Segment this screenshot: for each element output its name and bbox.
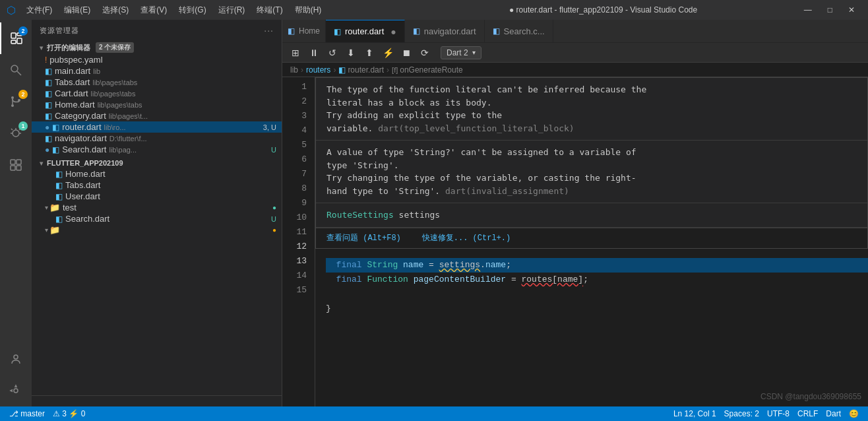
line-endings[interactable]: CRLF xyxy=(793,409,822,418)
language-mode[interactable]: Dart xyxy=(822,409,845,418)
warning-icon: ! xyxy=(45,55,47,65)
breadcrumb-lib[interactable]: lib xyxy=(290,65,298,75)
activity-search[interactable] xyxy=(0,54,32,86)
activity-extensions[interactable] xyxy=(0,149,32,181)
menu-terminal[interactable]: 终端(T) xyxy=(251,3,288,17)
tab-router-dart[interactable]: ◧ router.dart ● xyxy=(326,20,405,42)
debug-grid-icon[interactable]: ⊞ xyxy=(288,45,303,61)
file-status: 3, U xyxy=(263,123,276,131)
file-search-dart[interactable]: ● ◧ Search.dart lib\pag... U xyxy=(32,144,282,155)
menu-file[interactable]: 文件(F) xyxy=(21,3,57,17)
project-file-home[interactable]: ◧ Home.dart xyxy=(32,168,282,179)
activity-source-control[interactable]: 2 xyxy=(0,86,32,117)
code-editor[interactable]: The type of the function literal can't b… xyxy=(315,77,868,406)
debug-badge: 1 xyxy=(18,121,28,131)
errors-warnings[interactable]: ⚠ 3 ⚡ 0 xyxy=(49,409,89,418)
activity-debug[interactable]: 1 xyxy=(0,117,32,149)
chevron-icon: ▾ xyxy=(40,44,43,51)
open-editors-header[interactable]: ▾ 打开的编辑器 2 个未保存 xyxy=(32,41,282,54)
file-main-dart[interactable]: ◧ main.dart lib xyxy=(32,65,282,77)
line-numbers: 1 2 3 4 5 6 7 8 9 10 11 12 13 14 15 xyxy=(282,77,315,406)
code-area: 1 2 3 4 5 6 7 8 9 10 11 12 13 14 15 xyxy=(282,77,868,406)
file-home-dart[interactable]: ◧ Home.dart lib\pages\tabs xyxy=(32,99,282,110)
file-path: lib\pages\tabs xyxy=(92,79,137,86)
debug-flash-icon[interactable]: ⚡ xyxy=(380,45,396,61)
menu-bar: 文件(F) 编辑(E) 选择(S) 查看(V) 转到(G) 运行(R) 终端(T… xyxy=(21,3,409,17)
tab-search-dart[interactable]: ◧ Search.c... xyxy=(485,20,553,42)
quick-fix-link[interactable]: 快速修复... (Ctrl+.) xyxy=(422,231,511,245)
folder-routers[interactable]: ▾ 📁 xyxy=(32,224,282,236)
file-name: Category.dart xyxy=(55,111,106,121)
dart-version-label: Dart 2 xyxy=(447,48,468,57)
close-button[interactable]: ✕ xyxy=(842,4,861,16)
activity-explorer[interactable]: 2 xyxy=(0,22,32,54)
debug-step-over-icon[interactable]: ⬆ xyxy=(361,45,377,61)
project-header[interactable]: ▾ FLUTTER_APP202109 xyxy=(32,158,282,168)
debug-stop-icon[interactable]: ⏹ xyxy=(398,45,414,61)
code-line-14 xyxy=(326,287,868,302)
dart-icon: ◧ xyxy=(55,170,63,179)
test-file-search[interactable]: ◧ Search.dart U xyxy=(32,213,282,224)
file-name: Search.dart xyxy=(65,214,109,224)
debug-loop-icon[interactable]: ⟳ xyxy=(417,45,433,61)
cursor-position[interactable]: Ln 12, Col 1 xyxy=(669,409,720,418)
tab-close-icon[interactable]: ● xyxy=(390,26,396,37)
file-tabs-dart[interactable]: ◧ Tabs.dart lib\pages\tabs xyxy=(32,77,282,88)
menu-help[interactable]: 帮助(H) xyxy=(290,3,327,17)
file-router-dart[interactable]: ● ◧ router.dart lib\ro... 3, U xyxy=(32,121,282,133)
svg-point-6 xyxy=(11,96,14,99)
project-label: FLUTTER_APP202109 xyxy=(47,159,123,167)
indentation[interactable]: Spaces: 2 xyxy=(720,409,763,418)
debug-pause-icon[interactable]: ⏸ xyxy=(306,45,322,61)
activity-settings[interactable] xyxy=(0,375,32,406)
tab-navigator-dart[interactable]: ◧ navigator.dart xyxy=(405,20,485,42)
sidebar-header: 资源管理器 ··· xyxy=(32,20,282,41)
status-bar: ⎇ master ⚠ 3 ⚡ 0 Ln 12, Col 1 Spaces: 2 … xyxy=(0,406,868,421)
dart-icon: ◧ xyxy=(45,112,52,121)
minimize-button[interactable]: — xyxy=(797,4,819,16)
tab-home[interactable]: ◧ Home xyxy=(282,20,326,42)
file-path: lib\ro... xyxy=(104,123,126,131)
project-file-tabs[interactable]: ◧ Tabs.dart xyxy=(32,179,282,191)
error-settings-line: RouteSettings settings xyxy=(316,203,867,228)
tabs-bar: ◧ Home ◧ router.dart ● ◧ navigator.dart … xyxy=(282,20,868,43)
menu-view[interactable]: 查看(V) xyxy=(135,3,172,17)
file-navigator-dart[interactable]: ◧ navigator.dart D:\flutter\f... xyxy=(32,133,282,144)
error-panel: The type of the function literal can't b… xyxy=(315,77,868,249)
dart-icon: ◧ xyxy=(45,100,52,110)
breadcrumb-router-dart[interactable]: ◧ router.dart xyxy=(338,65,384,75)
watermark: CSDN @tangdou369098655 xyxy=(760,392,861,401)
menu-goto[interactable]: 转到(G) xyxy=(173,3,211,17)
window-controls: — □ ✕ xyxy=(797,4,861,16)
breadcrumb-routers[interactable]: routers xyxy=(306,65,330,75)
activity-account[interactable] xyxy=(0,343,32,375)
dart-version-selector[interactable]: Dart 2 ▾ xyxy=(441,46,481,59)
restore-button[interactable]: □ xyxy=(821,4,839,16)
file-path: lib\pag... xyxy=(109,146,137,154)
file-cart-dart[interactable]: ◧ Cart.dart lib\pages\tabs xyxy=(32,88,282,99)
feedback-icon[interactable]: 😊 xyxy=(845,409,863,418)
sidebar: 资源管理器 ··· ▾ 打开的编辑器 2 个未保存 ! pubspec.yaml… xyxy=(32,20,282,406)
svg-line-5 xyxy=(17,71,21,75)
menu-edit[interactable]: 编辑(E) xyxy=(59,3,96,17)
git-branch[interactable]: ⎇ master xyxy=(5,409,49,418)
dart-icon: ◧ xyxy=(55,181,63,190)
file-category-dart[interactable]: ◧ Category.dart lib\pages\t... xyxy=(32,110,282,121)
breadcrumb-function[interactable]: [f] onGenerateRoute xyxy=(392,65,463,75)
file-name: navigator.dart xyxy=(55,133,107,143)
menu-select[interactable]: 选择(S) xyxy=(97,3,134,17)
project-file-user[interactable]: ◧ User.dart xyxy=(32,191,282,202)
file-name: main.dart xyxy=(55,66,90,76)
view-problems-link[interactable]: 查看问题 (Alt+F8) xyxy=(326,231,401,245)
debug-toolbar: ⊞ ⏸ ↺ ⬇ ⬆ ⚡ ⏹ ⟳ Dart 2 ▾ xyxy=(282,43,868,63)
menu-run[interactable]: 运行(R) xyxy=(213,3,251,17)
breadcrumb: lib › routers › ◧ router.dart › [f] onGe… xyxy=(282,63,868,77)
search-hint xyxy=(32,399,282,404)
file-encoding[interactable]: UTF-8 xyxy=(763,409,793,418)
file-pubspec-yaml[interactable]: ! pubspec.yaml xyxy=(32,54,282,65)
debug-restart-icon[interactable]: ↺ xyxy=(325,45,340,61)
dart-icon: ◧ xyxy=(45,67,52,76)
more-options-icon[interactable]: ··· xyxy=(264,25,274,36)
folder-test[interactable]: ▾ 📁 test xyxy=(32,202,282,213)
debug-step-out-icon[interactable]: ⬇ xyxy=(343,45,359,61)
